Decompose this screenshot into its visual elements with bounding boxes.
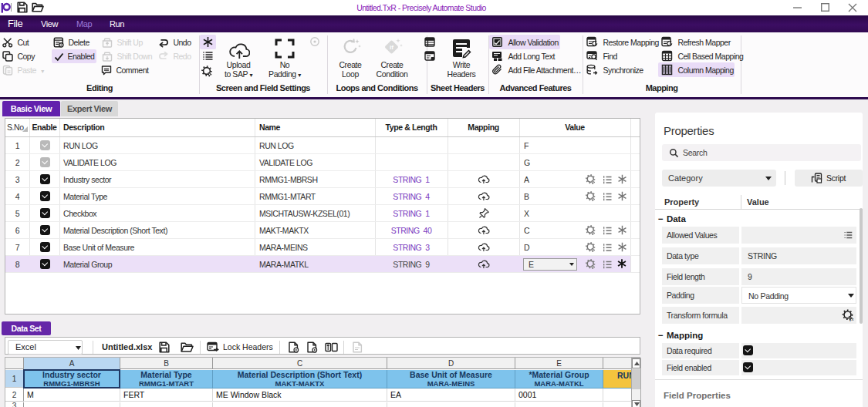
svg-text:if: if <box>390 44 393 51</box>
svg-text:fx: fx <box>849 316 854 321</box>
